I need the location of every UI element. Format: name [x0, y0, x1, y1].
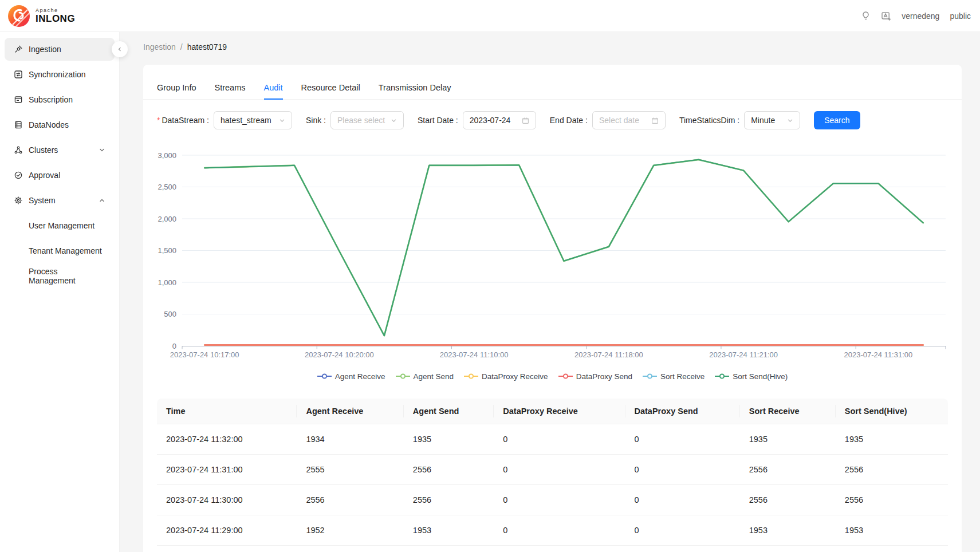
legend-label: Sort Send(Hive) — [733, 372, 788, 381]
table-cell: 2556 — [740, 485, 836, 515]
end-date-label: End Date : — [550, 116, 588, 125]
plug-icon — [14, 45, 23, 54]
sidebar-item-datanodes[interactable]: DataNodes — [5, 113, 115, 136]
legend-item-sort-send-hive-[interactable]: Sort Send(Hive) — [715, 372, 788, 381]
table-cell: 0 — [494, 455, 625, 485]
table-row: 2023-07-24 11:31:00255525560025562556 — [157, 455, 948, 485]
chevron-down-icon — [787, 117, 793, 124]
search-button[interactable]: Search — [814, 111, 860, 129]
x-axis-label: 2023-07-24 10:17:00 — [170, 350, 239, 359]
legend-label: Agent Send — [414, 372, 454, 381]
brand-inlong-label: INLONG — [36, 13, 75, 25]
table-header-cell: DataProxy Receive — [494, 399, 625, 424]
chart-legend: Agent ReceiveAgent SendDataProxy Receive… — [143, 370, 962, 383]
table-cell: 2023-07-24 11:32:00 — [157, 424, 297, 455]
y-axis-label: 2,500 — [158, 183, 176, 191]
language-switch-icon[interactable] — [881, 11, 891, 21]
table-row: 2023-07-24 11:30:00255625560025562556 — [157, 485, 948, 515]
end-date-picker[interactable] — [592, 111, 666, 129]
series-line-agent-receive — [204, 160, 923, 336]
filter-bar: *DataStream : hatest_stream Sink : Pleas… — [143, 111, 962, 129]
tab-group-info[interactable]: Group Info — [157, 77, 196, 99]
sidebar-item-label: DataNodes — [29, 120, 69, 129]
datanodes-icon — [14, 120, 23, 129]
chevron-down-icon — [99, 147, 105, 153]
sidebar-item-label: Approval — [29, 171, 60, 180]
calendar-icon — [522, 117, 529, 124]
breadcrumb-current: hatest0719 — [187, 42, 227, 52]
legend-marker-icon — [558, 373, 573, 379]
table-cell: 1953 — [740, 515, 836, 546]
tenant-label[interactable]: public — [950, 11, 971, 21]
lightbulb-icon[interactable] — [861, 11, 871, 21]
timestaticsdim-label: TimeStaticsDim : — [679, 116, 739, 125]
chevron-down-icon — [391, 117, 397, 124]
table-cell: 0 — [494, 424, 625, 455]
app-logo[interactable]: Apache INLONG — [8, 5, 75, 27]
start-date-label: Start Date : — [418, 116, 458, 125]
legend-item-dataproxy-receive[interactable]: DataProxy Receive — [464, 372, 548, 381]
top-header: Apache INLONG vernedeng public — [0, 0, 980, 32]
sink-label: Sink : — [306, 116, 326, 125]
tab-audit[interactable]: Audit — [264, 77, 283, 99]
legend-item-sort-receive[interactable]: Sort Receive — [643, 372, 705, 381]
audit-chart: 05001,0001,5002,0002,5003,0002023-07-24 … — [143, 137, 962, 383]
breadcrumb-parent[interactable]: Ingestion — [143, 42, 176, 52]
table-cell: 2556 — [297, 485, 403, 515]
timestaticsdim-select[interactable]: Minute — [744, 111, 800, 129]
sidebar-collapse-button[interactable] — [112, 41, 128, 57]
legend-marker-icon — [643, 373, 657, 379]
table-cell: 2556 — [740, 455, 836, 485]
sidebar-item-system[interactable]: System — [5, 189, 115, 212]
sidebar-item-synchronization[interactable]: Synchronization — [5, 63, 115, 86]
datastream-select[interactable]: hatest_stream — [214, 111, 292, 129]
end-date-input[interactable] — [599, 116, 648, 125]
username-label[interactable]: vernedeng — [902, 11, 939, 21]
legend-marker-icon — [715, 373, 729, 379]
chevron-down-icon — [279, 117, 285, 124]
sidebar-item-label: Ingestion — [29, 45, 61, 54]
sidebar-item-tenant-management[interactable]: Tenant Management — [5, 239, 115, 262]
sync-icon — [14, 70, 23, 79]
clusters-icon — [14, 145, 23, 155]
brand-apache-label: Apache — [36, 7, 75, 13]
start-date-input[interactable] — [470, 116, 518, 125]
table-cell: 1934 — [297, 424, 403, 455]
table-cell: 0 — [625, 424, 740, 455]
x-axis-label: 2023-07-24 10:20:00 — [305, 350, 374, 359]
tab-streams[interactable]: Streams — [215, 77, 246, 99]
sink-select[interactable]: Please select — [330, 111, 404, 129]
table-cell: 1953 — [836, 515, 948, 546]
legend-item-agent-send[interactable]: Agent Send — [396, 372, 454, 381]
series-line-agent-send — [204, 160, 923, 336]
legend-item-dataproxy-send[interactable]: DataProxy Send — [558, 372, 632, 381]
table-row: 2023-07-24 11:29:00195219530019531953 — [157, 515, 948, 546]
table-cell: 2556 — [836, 485, 948, 515]
y-axis-label: 1,000 — [158, 278, 176, 287]
table-header-cell: DataProxy Send — [625, 399, 740, 424]
table-cell: 0 — [494, 485, 625, 515]
tab-transmission-delay[interactable]: Transmission Delay — [379, 77, 451, 99]
sidebar-item-ingestion[interactable]: Ingestion — [5, 38, 115, 61]
table-cell: 2556 — [404, 485, 494, 515]
table-cell: 2023-07-24 11:29:00 — [157, 515, 297, 546]
x-axis-label: 2023-07-24 11:21:00 — [709, 350, 778, 359]
detail-card: Group Info Streams Audit Resource Detail… — [143, 65, 962, 552]
sidebar-item-clusters[interactable]: Clusters — [5, 139, 115, 161]
required-mark: * — [157, 116, 160, 125]
x-axis-label: 2023-07-24 11:18:00 — [574, 350, 643, 359]
sidebar-item-subscription[interactable]: Subscription — [5, 88, 115, 111]
table-cell: 1952 — [297, 515, 403, 546]
start-date-picker[interactable] — [463, 111, 536, 129]
chevron-up-icon — [99, 197, 105, 204]
sidebar-item-user-management[interactable]: User Management — [5, 214, 115, 237]
legend-item-agent-receive[interactable]: Agent Receive — [317, 372, 385, 381]
tab-resource-detail[interactable]: Resource Detail — [301, 77, 360, 99]
sidebar-subitem-label: Process Management — [29, 267, 105, 285]
legend-label: DataProxy Send — [576, 372, 632, 381]
sidebar-item-approval[interactable]: Approval — [5, 164, 115, 187]
sidebar-item-label: Subscription — [29, 95, 73, 104]
table-cell: 1935 — [740, 424, 836, 455]
y-axis-label: 0 — [172, 342, 176, 350]
sidebar-item-process-management[interactable]: Process Management — [5, 265, 115, 287]
